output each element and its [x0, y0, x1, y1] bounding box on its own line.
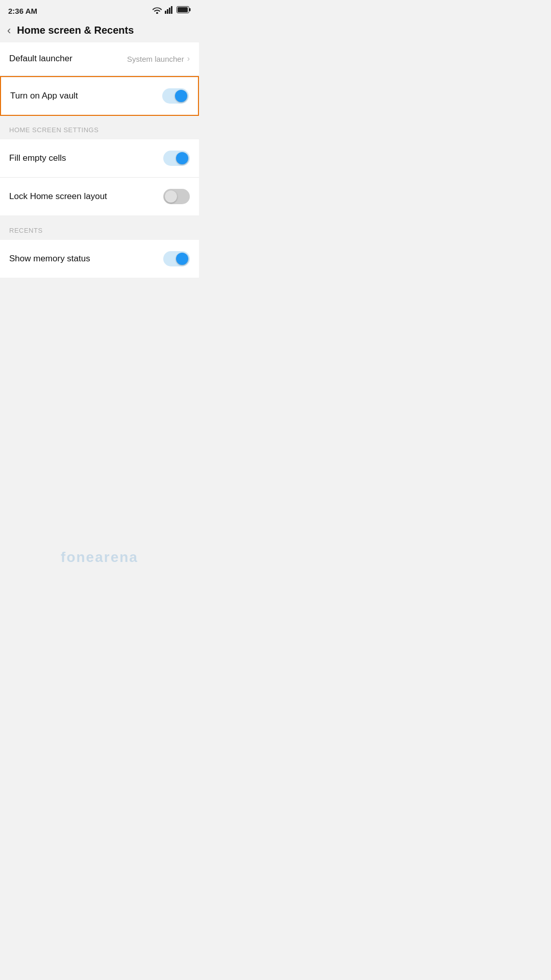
svg-rect-0 [165, 11, 166, 14]
home-screen-settings-card: Fill empty cells Lock Home screen layout [0, 139, 199, 215]
status-time: 2:36 AM [8, 7, 37, 15]
battery-icon [177, 6, 191, 15]
home-screen-section-title: HOME SCREEN SETTINGS [9, 126, 98, 134]
lock-home-screen-row[interactable]: Lock Home screen layout [0, 177, 199, 215]
status-bar: 2:36 AM [0, 0, 199, 20]
page-title: Home screen & Recents [17, 24, 134, 36]
lock-home-screen-thumb [165, 190, 177, 203]
chevron-right-icon: › [187, 54, 190, 63]
app-vault-thumb [175, 90, 187, 102]
svg-rect-5 [178, 7, 188, 12]
back-button[interactable]: ‹ [7, 25, 11, 36]
settings-content: Default launcher System launcher › Turn … [0, 42, 199, 576]
default-launcher-label: Default launcher [9, 54, 72, 64]
app-vault-card: Turn on App vault [0, 76, 199, 116]
show-memory-status-label: Show memory status [9, 254, 90, 264]
app-vault-row[interactable]: Turn on App vault [1, 77, 198, 115]
fill-empty-cells-toggle[interactable] [163, 151, 190, 166]
home-screen-section-header: HOME SCREEN SETTINGS [0, 116, 199, 139]
default-launcher-value: System launcher › [127, 54, 190, 63]
fill-empty-cells-label: Fill empty cells [9, 153, 66, 163]
svg-rect-3 [171, 6, 172, 14]
svg-rect-1 [167, 9, 168, 14]
recents-section-title: RECENTS [9, 227, 43, 234]
show-memory-status-toggle[interactable] [163, 251, 190, 266]
default-launcher-value-text: System launcher [127, 55, 184, 63]
recents-section-header: RECENTS [0, 216, 199, 240]
show-memory-status-row[interactable]: Show memory status [0, 240, 199, 278]
lock-home-screen-label: Lock Home screen layout [9, 191, 107, 202]
toolbar: ‹ Home screen & Recents [0, 20, 199, 42]
signal-icon [165, 6, 174, 16]
default-launcher-row[interactable]: Default launcher System launcher › [0, 42, 199, 75]
app-vault-label: Turn on App vault [10, 91, 78, 101]
status-icons [152, 6, 191, 16]
empty-area [0, 279, 199, 534]
watermark-text: fonearena [61, 549, 138, 565]
svg-rect-6 [189, 8, 191, 11]
show-memory-status-thumb [176, 253, 188, 265]
svg-rect-2 [169, 8, 170, 14]
wifi-icon [152, 6, 162, 16]
fill-empty-cells-thumb [176, 152, 188, 164]
lock-home-screen-toggle[interactable] [163, 189, 190, 204]
app-vault-toggle[interactable] [162, 88, 189, 104]
watermark: fonearena [0, 534, 199, 576]
default-launcher-card: Default launcher System launcher › [0, 42, 199, 75]
recents-card: Show memory status [0, 240, 199, 278]
fill-empty-cells-row[interactable]: Fill empty cells [0, 139, 199, 177]
